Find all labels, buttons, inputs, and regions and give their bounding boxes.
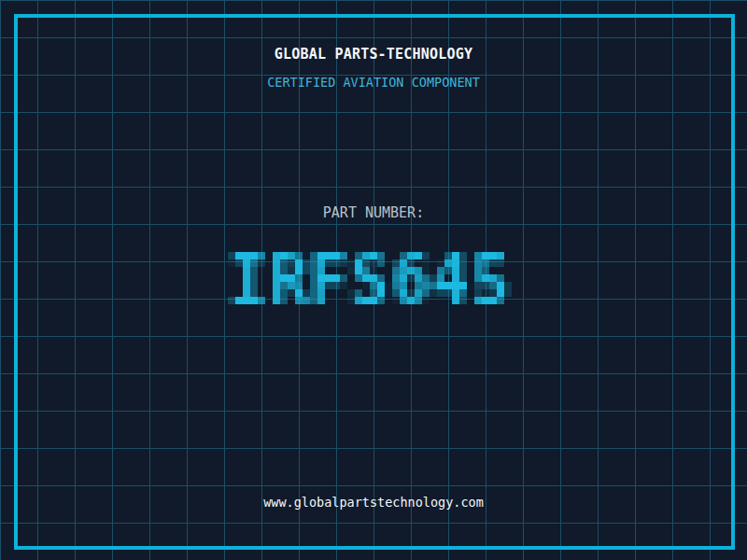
company-title: GLOBAL PARTS-TECHNOLOGY <box>0 47 747 63</box>
part-number-label: PART NUMBER: <box>0 205 747 220</box>
part-number-value: IRFS645 <box>0 0 1 1</box>
certification-subtitle: CERTIFIED AVIATION COMPONENT <box>0 76 747 90</box>
website-url: www.globalpartstechnology.com <box>0 495 747 510</box>
part-number-display <box>228 230 519 327</box>
certificate-page: GLOBAL PARTS-TECHNOLOGY CERTIFIED AVIATI… <box>0 0 747 560</box>
